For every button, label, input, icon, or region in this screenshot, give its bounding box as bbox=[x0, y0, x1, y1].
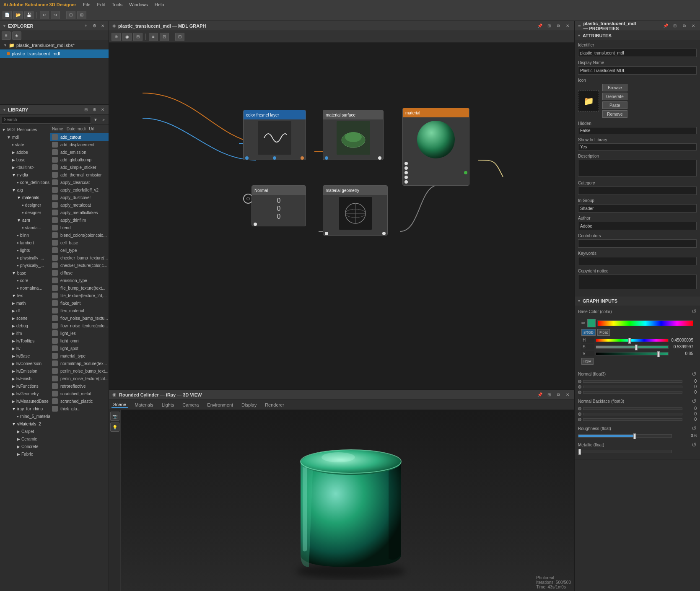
attributes-section-header[interactable]: ▼ ATTRIBUTES bbox=[575, 31, 700, 40]
lib-tree-lights[interactable]: ● lights bbox=[0, 246, 50, 254]
library-settings-btn[interactable]: ⚙ bbox=[91, 106, 98, 113]
view3d-float-btn[interactable]: ⧉ bbox=[555, 391, 562, 398]
lib-tree-nvidia[interactable]: ▼ nvidia bbox=[0, 171, 50, 179]
color-swatch[interactable] bbox=[587, 319, 596, 327]
lib-list-item-16[interactable]: checker_bump_texture(... bbox=[50, 254, 109, 262]
base-color-reset-icon[interactable]: ↺ bbox=[692, 308, 697, 315]
lib-tree-lwtooltips[interactable]: ▶ lwTooltips bbox=[0, 337, 50, 345]
lib-list-item-31[interactable]: perlin_noise_bump_text... bbox=[50, 367, 109, 375]
browse-btn[interactable]: Browse bbox=[602, 84, 627, 91]
lib-tree-lwgeometry[interactable]: ▶ lwGeometry bbox=[0, 390, 50, 397]
lib-list-item-2[interactable]: add_emission bbox=[50, 148, 109, 156]
lib-tree-concrete[interactable]: ▶ Concrete bbox=[0, 443, 50, 450]
lib-tree-physically1[interactable]: ● physically_... bbox=[0, 254, 50, 262]
author-input[interactable] bbox=[578, 222, 697, 230]
explorer-settings-btn[interactable]: ⚙ bbox=[91, 23, 98, 29]
lib-tree-mdl-resources[interactable]: ▼ MDL Resources bbox=[0, 126, 50, 133]
lib-list-item-15[interactable]: cell_type bbox=[50, 246, 109, 254]
lib-tree-designer-2[interactable]: ● designer bbox=[0, 209, 50, 216]
lib-list-item-23[interactable]: flex_material bbox=[50, 307, 109, 314]
lib-tree-df[interactable]: ▶ df bbox=[0, 307, 50, 314]
explorer-mdl-item[interactable]: plastic_translucent_mdl bbox=[0, 49, 109, 58]
lib-list-item-8[interactable]: apply_dustcover bbox=[50, 194, 109, 201]
lib-tree-lwfunctions[interactable]: ▶ lwFunctions bbox=[0, 382, 50, 390]
lib-tree-ceramic[interactable]: ▶ Ceramic bbox=[0, 435, 50, 443]
graph-toolbar-btn-3[interactable]: ⊞ bbox=[133, 33, 143, 41]
node-color-fresnel[interactable]: color fresnel layer bbox=[243, 110, 306, 160]
lib-tree-mdl[interactable]: ▼ mdl bbox=[0, 133, 50, 141]
v-slider-thumb[interactable] bbox=[657, 351, 660, 357]
graph-fit-btn[interactable]: ⊡ bbox=[175, 33, 184, 41]
view3d-light-btn[interactable]: 💡 bbox=[110, 423, 119, 432]
lib-list-item-33[interactable]: retroreflective bbox=[50, 382, 109, 390]
lib-tree-state[interactable]: ● state bbox=[0, 141, 50, 148]
roughness-slider-thumb[interactable] bbox=[633, 433, 636, 439]
port-mat-in-5[interactable] bbox=[404, 180, 408, 184]
s-slider-track[interactable] bbox=[596, 345, 669, 349]
lib-tree-core[interactable]: ● core bbox=[0, 277, 50, 284]
roughness-slider-track[interactable] bbox=[578, 434, 672, 438]
port-geom-out[interactable] bbox=[382, 232, 386, 235]
library-filter-btn[interactable]: ▼ bbox=[92, 117, 99, 123]
normal-backface-reset-icon[interactable]: ↺ bbox=[692, 398, 697, 404]
lib-list-item-24[interactable]: flow_noise_bump_textu... bbox=[50, 314, 109, 322]
normal-bf-y-slider[interactable] bbox=[583, 413, 682, 415]
props-maximize-btn[interactable]: ⊞ bbox=[671, 23, 678, 29]
explorer-add-btn[interactable]: + bbox=[83, 23, 89, 29]
port-norm-out[interactable] bbox=[254, 223, 257, 226]
lib-tree-tex[interactable]: ▼ tex bbox=[0, 292, 50, 299]
lib-tree-materials[interactable]: ▼ materials bbox=[0, 194, 50, 201]
props-pin-btn[interactable]: 📌 bbox=[662, 23, 669, 29]
tab-renderer[interactable]: Renderer bbox=[263, 402, 286, 407]
tab-display[interactable]: Display bbox=[240, 402, 258, 407]
new-btn[interactable]: 📄 bbox=[3, 11, 12, 19]
lib-list-item-34[interactable]: scratched_metal bbox=[50, 390, 109, 397]
lib-list-item-6[interactable]: apply_clearcoat bbox=[50, 179, 109, 186]
lib-tree-lw[interactable]: ▶ lw bbox=[0, 345, 50, 352]
lib-tree-lwconv[interactable]: ▶ lwConversion bbox=[0, 360, 50, 367]
normal-y-slider[interactable] bbox=[583, 386, 682, 388]
lib-tree-normalma[interactable]: ● normalma... bbox=[0, 284, 50, 292]
lib-tree-lwemission[interactable]: ▶ lwEmission bbox=[0, 367, 50, 375]
graph-toolbar-btn-5[interactable]: ⊡ bbox=[160, 33, 169, 41]
roughness-reset-icon[interactable]: ↺ bbox=[692, 425, 697, 432]
keywords-input[interactable] bbox=[578, 257, 697, 265]
library-expand-all-btn[interactable]: » bbox=[100, 117, 107, 123]
graph-float-btn[interactable]: ⧉ bbox=[555, 23, 562, 29]
normal-bf-z-dot[interactable] bbox=[578, 418, 581, 421]
explorer-view-btn[interactable]: ≡ bbox=[2, 31, 11, 40]
h-slider-track[interactable] bbox=[596, 339, 669, 342]
zoom-fit-btn[interactable]: ⊡ bbox=[66, 11, 75, 19]
hsv-mode-btn[interactable]: HSV bbox=[581, 358, 594, 365]
normal-z-slider[interactable] bbox=[583, 391, 682, 394]
port-in-2[interactable] bbox=[273, 156, 276, 160]
port-out[interactable] bbox=[301, 156, 304, 160]
tab-materials[interactable]: Materials bbox=[133, 402, 155, 407]
color-hue-bar[interactable] bbox=[597, 320, 693, 326]
port-in-1[interactable] bbox=[245, 156, 249, 160]
normal-bf-y-dot[interactable] bbox=[578, 412, 581, 416]
port-mat-in-4[interactable] bbox=[404, 176, 408, 179]
lib-list-item-35[interactable]: scratched_plastic bbox=[50, 397, 109, 405]
port-surf-out[interactable] bbox=[378, 156, 381, 160]
graph-toolbar-btn-4[interactable]: ≡ bbox=[149, 33, 158, 41]
float-mode-btn[interactable]: Float bbox=[597, 329, 610, 336]
lib-list-item-7[interactable]: apply_colorfalloff_v2 bbox=[50, 186, 109, 194]
paste-btn[interactable]: Paste bbox=[602, 101, 627, 109]
lib-tree-core-def[interactable]: ● core_definitions bbox=[0, 179, 50, 186]
lib-tree-fabric[interactable]: ▶ Fabric bbox=[0, 450, 50, 458]
lib-list-item-19[interactable]: emission_type bbox=[50, 277, 109, 284]
lib-tree-lwmeasured[interactable]: ▶ lwMeasuredBase bbox=[0, 397, 50, 405]
lib-list-item-12[interactable]: blend bbox=[50, 224, 109, 231]
lib-tree-lambert[interactable]: ● lambert bbox=[0, 239, 50, 246]
lib-tree-scene[interactable]: ▶ scene bbox=[0, 314, 50, 322]
lib-list-item-36[interactable]: thick_gla... bbox=[50, 405, 109, 412]
v-slider-track[interactable] bbox=[596, 352, 669, 355]
metallic-slider-track[interactable] bbox=[578, 450, 672, 453]
lib-list-item-18[interactable]: diffuse bbox=[50, 269, 109, 277]
graph-inputs-section-header[interactable]: ▼ GRAPH INPUTS bbox=[575, 296, 700, 306]
category-input[interactable] bbox=[578, 187, 697, 195]
lib-tree-designer-1[interactable]: ● designer bbox=[0, 201, 50, 209]
color-edit-icon[interactable]: ✏ bbox=[581, 320, 586, 326]
identifier-input[interactable] bbox=[578, 49, 697, 57]
